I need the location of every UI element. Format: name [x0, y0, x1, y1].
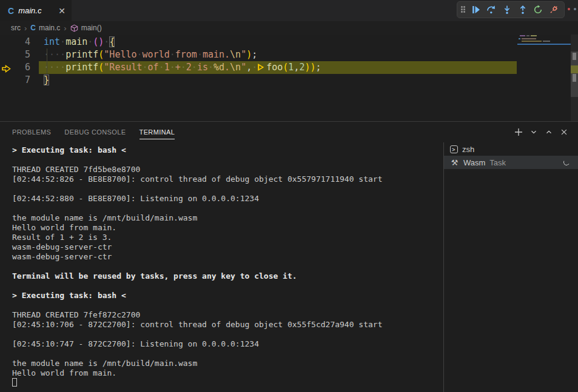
code-text: ····printf("Hello·world·from·main.\n");	[44, 48, 257, 61]
terminal-instance-list: >zsh⚒WasmTask	[443, 142, 578, 392]
new-terminal-button[interactable]	[512, 125, 525, 139]
panel-tab-debug-console[interactable]: DEBUG CONSOLE	[64, 122, 126, 142]
indent-guide	[47, 48, 47, 74]
terminal-list-detail: Task	[489, 158, 506, 167]
editor-line-7[interactable]: 7}	[0, 74, 578, 87]
minimap[interactable]	[517, 35, 571, 121]
panel-header: PROBLEMSDEBUG CONSOLETERMINAL	[0, 122, 578, 142]
debug-step-over-icon	[486, 5, 496, 15]
terminal-line: the module name is /mnt/build/main.wasm	[12, 359, 443, 368]
debug-step-into-icon	[502, 5, 512, 15]
debug-continue-icon	[471, 5, 481, 15]
minimap-code-mark	[522, 41, 542, 42]
bottom-panel: PROBLEMSDEBUG CONSOLETERMINAL	[0, 121, 578, 392]
terminal-line: wasm-debug-server-ctr	[12, 252, 443, 262]
terminal-line: THREAD CREATED 7fef872c2700	[12, 310, 443, 320]
debug-disconnect-button[interactable]	[547, 3, 560, 16]
overview-ruler-debug-mark	[571, 65, 578, 73]
terminal-line: [02:45:10:747 - 872C2700]: Listening on …	[12, 339, 443, 349]
debug-disconnect-icon	[549, 5, 559, 15]
breadcrumb-item-src[interactable]: src	[11, 24, 21, 32]
terminal-line: > Executing task: bash <	[12, 145, 443, 155]
terminal-line	[12, 204, 443, 213]
minimap-code-mark	[520, 35, 525, 36]
terminal-line	[12, 281, 443, 291]
terminal-line	[12, 301, 443, 310]
minimap-code-mark	[531, 35, 537, 36]
panel-actions	[512, 125, 578, 139]
breadcrumb-label: src	[11, 24, 21, 32]
debug-step-over-button[interactable]	[485, 3, 499, 16]
terminal-line	[12, 155, 443, 165]
terminal-line: [02:45:10:706 - 872C2700]: control threa…	[12, 320, 443, 330]
line-number: 6	[0, 61, 30, 74]
debug-continue-button[interactable]	[469, 3, 483, 16]
close-panel-button[interactable]	[557, 125, 571, 139]
terminal-cursor	[12, 378, 17, 387]
panel-tab-problems[interactable]: PROBLEMS	[12, 122, 51, 142]
line-number: 4	[0, 36, 30, 48]
minimap-code-mark	[526, 35, 529, 36]
terminal-line	[12, 349, 443, 359]
panel-tab-terminal[interactable]: TERMINAL	[139, 122, 175, 142]
terminal-output[interactable]: > Executing task: bash <THREAD CREATED 7…	[0, 142, 443, 392]
task-running-spinner-icon	[563, 159, 570, 166]
editor-line-5[interactable]: 5····printf("Hello·world·from·main.\n");	[0, 48, 578, 61]
terminal-icon: >	[450, 145, 458, 153]
terminal-list-label: Wasm	[463, 158, 485, 167]
minimap-code-mark	[519, 38, 520, 39]
terminal-line: wasm-debug-server-ctr	[12, 242, 443, 252]
debug-restart-icon	[533, 5, 543, 15]
breadcrumb: src›Cmain.c›main()	[0, 21, 578, 35]
terminal-line	[12, 262, 443, 271]
tab-label: main.c	[18, 6, 41, 15]
terminal-list-item-wasm[interactable]: ⚒WasmTask	[444, 156, 578, 169]
terminal-line: [02:44:52:826 - BE8E8700]: control threa…	[12, 174, 443, 184]
debug-step-out-button[interactable]	[516, 3, 529, 16]
terminal-dropdown-button[interactable]	[527, 125, 540, 139]
terminal-line	[12, 330, 443, 339]
c-file-icon: C	[30, 24, 36, 32]
editor-tab-strip: C main.c ✕	[0, 0, 578, 21]
debug-step-out-icon	[518, 5, 528, 15]
chevron-down-icon	[529, 128, 538, 136]
close-tab-icon[interactable]: ✕	[58, 7, 66, 15]
debug-step-target-icon[interactable]	[258, 64, 264, 71]
terminal-line: Result of 1 + 2 is 3.	[12, 233, 443, 242]
terminal-line	[12, 378, 443, 388]
symbol-cube-icon	[70, 24, 78, 32]
editor-line-6[interactable]: 6····printf("Result·of·1·+·2·is·%d.\n",·…	[0, 61, 578, 74]
terminal-line: Hello world from main.	[12, 223, 443, 233]
code-editor[interactable]: 4int·main·()·{5····printf("Hello·world·f…	[0, 35, 578, 121]
terminal-list-item-zsh[interactable]: >zsh	[444, 142, 578, 156]
breadcrumb-item-mainc[interactable]: Cmain.c	[30, 24, 60, 32]
code-text: }	[44, 74, 49, 87]
close-icon	[560, 128, 568, 136]
breadcrumb-separator: ›	[24, 24, 27, 33]
tools-icon: ⚒	[450, 158, 459, 167]
minimap-code-mark	[522, 38, 536, 39]
terminal-line	[12, 184, 443, 194]
code-text: ····printf("Result·of·1·+·2·is·%d.\n",·f…	[44, 61, 321, 74]
tab-main-c[interactable]: C main.c ✕	[0, 0, 72, 21]
vscode-window: C main.c ✕	[0, 0, 578, 392]
debug-step-into-button[interactable]	[500, 3, 514, 16]
debug-restart-button[interactable]	[532, 3, 545, 16]
terminal-line: > Executing task: bash <	[12, 291, 443, 301]
maximize-panel-button[interactable]	[542, 125, 556, 139]
terminal-line: THREAD CREATED 7fd5be8e8700	[12, 165, 443, 174]
breadcrumb-separator: ›	[64, 24, 66, 33]
terminal-list-label: zsh	[462, 145, 474, 154]
terminal-line: Terminal will be reused by tasks, press …	[12, 271, 443, 281]
breadcrumb-label: main()	[81, 24, 102, 32]
gripper-icon[interactable]	[461, 6, 467, 13]
editor-line-4[interactable]: 4int·main·()·{	[0, 36, 578, 48]
c-file-icon: C	[8, 7, 14, 15]
debug-toolbar	[457, 1, 565, 18]
editor-scrollbar[interactable]	[571, 35, 578, 121]
recording-dot-icon	[568, 8, 570, 10]
overview-ruler-mark	[573, 53, 576, 60]
terminal-line: the module name is /mnt/build/main.wasm	[12, 213, 443, 223]
plus-icon	[514, 127, 523, 137]
breadcrumb-item-main[interactable]: main()	[70, 24, 102, 32]
